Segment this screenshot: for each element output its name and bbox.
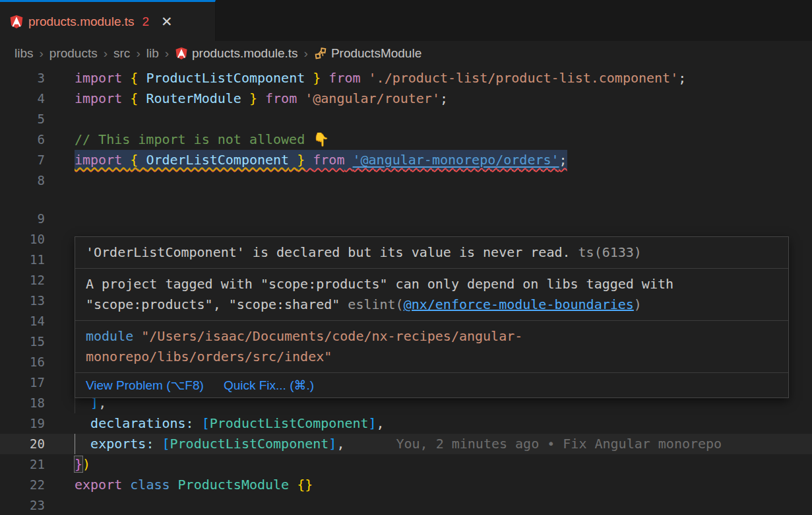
code-line[interactable]: 3import { ProductListComponent } from '.… [0, 68, 812, 88]
code-line[interactable]: 9 [0, 209, 812, 229]
quick-fix-button[interactable]: Quick Fix... (⌘.) [224, 378, 314, 394]
close-icon[interactable]: ✕ [161, 15, 173, 28]
chevron-right-icon: › [136, 46, 140, 61]
tab-products-module[interactable]: products.module.ts 2 ✕ [0, 0, 216, 41]
breadcrumb: libs › products › src › lib › products.m… [0, 41, 812, 66]
hover-popup: 'OrderListComponent' is declared but its… [75, 236, 789, 398]
line-number: 21 [0, 454, 45, 475]
code-line[interactable]: 6// This import is not allowed 👇 [0, 129, 812, 150]
chevron-right-icon: › [104, 46, 108, 61]
breadcrumb-item-src[interactable]: src [113, 46, 130, 61]
code-line[interactable]: 4import { RouterModule } from '@angular/… [0, 88, 812, 109]
line-number: 19 [0, 413, 45, 434]
chevron-right-icon: › [165, 46, 169, 61]
hover-eslint-diagnostic: A project tagged with "scope:products" c… [75, 269, 788, 320]
code-line[interactable]: 23 [0, 495, 812, 515]
chevron-right-icon: › [304, 46, 308, 61]
line-number: 4 [0, 88, 45, 109]
angular-icon [9, 15, 24, 29]
eslint-rule-link[interactable]: @nx/enforce-module-boundaries [404, 296, 634, 312]
hover-actions: View Problem (⌥F8) Quick Fix... (⌘.) [75, 372, 788, 397]
ts-message: 'OrderListComponent' is declared but its… [86, 244, 571, 260]
angular-icon [175, 47, 188, 60]
eslint-source-open: eslint( [340, 296, 403, 312]
hover-module-info: module "/Users/isaac/Documents/code/nx-r… [75, 321, 722, 372]
hover-ts-diagnostic: 'OrderListComponent' is declared but its… [75, 237, 788, 268]
code-line[interactable]: 20 exports: [ProductListComponent],You, … [0, 434, 812, 454]
line-number: 15 [0, 331, 45, 352]
module-keyword: module [86, 328, 133, 344]
ts-error-code: ts(6133) [571, 244, 642, 260]
line-number: 6 [0, 129, 45, 150]
line-number: 7 [0, 150, 45, 170]
class-symbol-icon [314, 47, 327, 60]
tab-title: products.module.ts [28, 15, 135, 29]
active-indent-guide [75, 434, 75, 454]
code-line[interactable]: 7import { OrderListComponent } from '@an… [0, 150, 812, 170]
line-number: 13 [0, 291, 45, 311]
tab-problem-count: 2 [142, 15, 150, 29]
code-line[interactable]: 5 [0, 109, 812, 129]
code-line[interactable]: 19 declarations: [ProductListComponent], [0, 413, 812, 434]
highlighted-range: import { OrderListComponent } from '@ang… [75, 150, 567, 170]
module-path: "/Users/isaac/Documents/code/nx-recipes/… [86, 328, 522, 364]
code-line[interactable]: 22export class ProductsModule {} [0, 475, 812, 495]
breadcrumb-item-file[interactable]: products.module.ts [192, 46, 298, 61]
tab-bar: products.module.ts 2 ✕ [0, 0, 812, 41]
line-number: 10 [0, 229, 45, 250]
line-number: 16 [0, 352, 45, 372]
line-number: 22 [0, 475, 45, 495]
line-number: 8 [0, 170, 45, 191]
line-number: 14 [0, 311, 45, 331]
line-number: 11 [0, 250, 45, 270]
breadcrumb-item-products[interactable]: products [49, 46, 98, 61]
line-number: 20 [0, 434, 45, 454]
breadcrumb-item-symbol[interactable]: ProductsModule [331, 46, 422, 61]
code-line[interactable]: 8 [0, 170, 812, 191]
eslint-source-close: ) [634, 296, 642, 312]
code-line[interactable]: 21}) [0, 454, 812, 475]
line-number: 23 [0, 495, 45, 515]
breadcrumb-item-libs[interactable]: libs [15, 46, 34, 61]
line-number: 5 [0, 109, 45, 129]
line-number: 18 [0, 393, 45, 413]
line-number: 9 [0, 209, 45, 229]
line-number: 3 [0, 68, 45, 88]
code-editor[interactable]: 3import { ProductListComponent } from '.… [0, 66, 812, 515]
line-number: 17 [0, 372, 45, 393]
chevron-right-icon: › [40, 46, 44, 61]
breadcrumb-item-lib[interactable]: lib [146, 46, 159, 61]
line-number: 12 [0, 270, 45, 291]
view-problem-button[interactable]: View Problem (⌥F8) [86, 378, 204, 394]
git-blame-annotation: You, 2 minutes ago • Fix Angular monorep… [396, 436, 722, 452]
